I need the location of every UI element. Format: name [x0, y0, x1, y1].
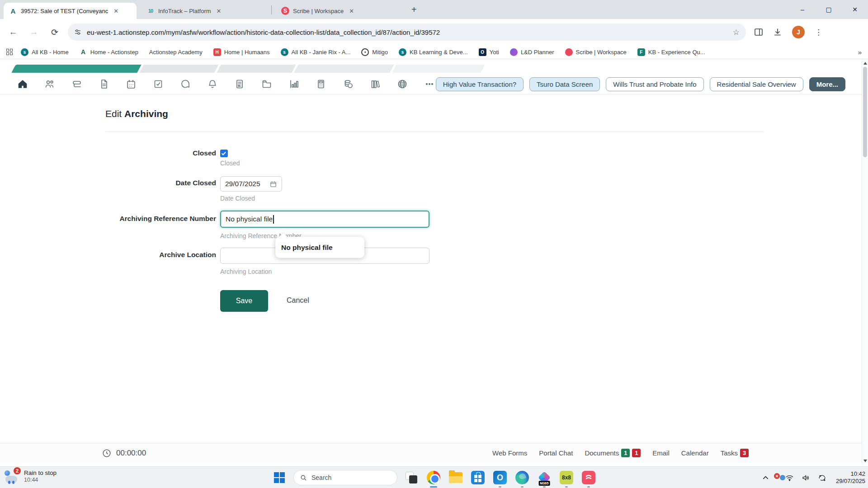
workflow-step-active[interactable]: [11, 65, 142, 73]
scroll-up-arrow[interactable]: [863, 62, 867, 65]
reports-icon[interactable]: [234, 79, 245, 89]
workflow-step[interactable]: [392, 65, 485, 73]
tab-infotrack[interactable]: 10 InfoTrack – Platform ✕: [141, 3, 268, 19]
suggestion-text[interactable]: No physical file: [281, 244, 333, 252]
url-text[interactable]: eu-west-1.actionstep.com/mym/asfw/workfl…: [87, 28, 729, 36]
bookmark-item[interactable]: HHome | Humaans: [213, 48, 270, 56]
home-icon[interactable]: [17, 79, 28, 89]
folders-icon[interactable]: [261, 79, 272, 89]
bookmark-item[interactable]: Scribe | Workspace: [565, 48, 627, 56]
outlook-taskbar-icon[interactable]: O: [492, 469, 508, 486]
taskbar-search[interactable]: Search: [293, 470, 397, 485]
date-closed-input[interactable]: 29/07/2025: [220, 176, 282, 192]
chrome-taskbar-icon[interactable]: [425, 469, 442, 486]
time-tracker[interactable]: 00:00:00: [102, 448, 146, 458]
bookmark-item[interactable]: •Mitigo: [361, 48, 388, 56]
billing-icon[interactable]: [343, 79, 354, 89]
page-title: Edit Archiving: [105, 108, 168, 119]
documents-icon[interactable]: [99, 79, 109, 89]
scroll-down-arrow[interactable]: [863, 460, 867, 462]
calendar-picker-icon[interactable]: [269, 180, 277, 188]
wills-trust-probate-button[interactable]: Wills Trust and Probate Info: [606, 77, 703, 91]
bookmark-item[interactable]: sKB Learning & Deve...: [399, 48, 468, 56]
tasks-link[interactable]: Tasks 3: [721, 449, 749, 457]
more-icon[interactable]: [424, 79, 435, 89]
web-forms-link[interactable]: Web Forms: [492, 449, 527, 457]
bookmark-item[interactable]: sAll KB - Home: [21, 48, 69, 56]
documents-link[interactable]: Documents 1 1: [585, 449, 641, 457]
portal-chat-link[interactable]: Portal Chat: [539, 449, 573, 457]
more-workflows-button[interactable]: More...: [809, 77, 845, 91]
edge-taskbar-icon[interactable]: [514, 469, 530, 486]
forward-icon[interactable]: →: [26, 24, 42, 40]
page-scrollbar[interactable]: [862, 60, 868, 465]
profile-avatar[interactable]: J: [792, 26, 805, 38]
high-value-transaction-button[interactable]: High Value Transaction?: [436, 77, 524, 91]
screen: A 39572: Sale of TEST (Conveyanc ✕ 10 In…: [0, 0, 868, 488]
tsuro-data-screen-button[interactable]: Tsuro Data Screen: [529, 77, 600, 91]
residential-sale-overview-button[interactable]: Residential Sale Overview: [710, 77, 803, 91]
charts-icon[interactable]: [288, 79, 299, 89]
notifications-icon[interactable]: [207, 79, 218, 89]
workflow-step[interactable]: [139, 65, 219, 73]
accounting-icon[interactable]: [316, 79, 326, 89]
conversations-icon[interactable]: [180, 79, 191, 89]
8x8-taskbar-icon[interactable]: 8x8: [558, 469, 575, 486]
scrollbar-thumb[interactable]: [863, 67, 867, 157]
microsoft-store-taskbar-icon[interactable]: [470, 469, 486, 486]
back-icon[interactable]: ←: [5, 24, 21, 40]
tab-actionstep[interactable]: A 39572: Sale of TEST (Conveyanc ✕: [4, 3, 137, 19]
autocomplete-suggestion[interactable]: No physical file: [275, 237, 364, 258]
bookmark-item[interactable]: FKB - Experience Qu...: [637, 48, 705, 56]
bookmark-label: L&D Planner: [521, 49, 554, 56]
start-button[interactable]: [271, 469, 288, 486]
apps-grid-icon[interactable]: [6, 49, 13, 55]
tray-chevron-icon[interactable]: [761, 474, 770, 482]
file-explorer-taskbar-icon[interactable]: [448, 469, 464, 486]
minimize-button[interactable]: –: [789, 0, 816, 19]
bookmark-item[interactable]: sAll KB - Janie Rix - A...: [281, 48, 351, 56]
workflow-step[interactable]: [294, 65, 394, 73]
new-tab-button[interactable]: +: [411, 5, 417, 15]
bookmark-item[interactable]: L&D Planner: [510, 48, 554, 56]
scribe-taskbar-icon[interactable]: [580, 469, 597, 486]
downloads-icon[interactable]: [773, 28, 782, 37]
tasks-icon[interactable]: [153, 79, 164, 89]
close-button[interactable]: ✕: [842, 0, 868, 19]
copilot-taskbar-icon[interactable]: M365: [536, 469, 552, 486]
wifi-icon[interactable]: [785, 474, 794, 482]
contacts-icon[interactable]: [44, 79, 55, 89]
volume-icon[interactable]: [802, 474, 810, 482]
bookmark-item[interactable]: Actionstep Academy: [149, 49, 203, 56]
tray-sync-icon[interactable]: [818, 474, 826, 482]
browser-menu-icon[interactable]: ⋮: [815, 28, 822, 37]
reload-icon[interactable]: ⟳: [47, 24, 62, 40]
bookmark-item[interactable]: OYoti: [479, 48, 499, 56]
task-view-button[interactable]: [403, 469, 420, 486]
weather-widget[interactable]: 2 Rain to stop 10:44: [5, 469, 57, 484]
chrome-icon: [427, 471, 440, 484]
email-link[interactable]: Email: [652, 449, 670, 457]
closed-checkbox[interactable]: [220, 150, 228, 157]
bookmark-star-icon[interactable]: ☆: [733, 28, 740, 37]
archiving-reference-input[interactable]: No physical file: [220, 211, 429, 228]
address-bar[interactable]: eu-west-1.actionstep.com/mym/asfw/workfl…: [68, 23, 746, 41]
calendar-icon[interactable]: [126, 79, 137, 89]
site-settings-icon[interactable]: [74, 28, 81, 36]
bookmarks-overflow-icon[interactable]: »: [858, 48, 862, 56]
taskbar-clock[interactable]: 10:42 29/07/2025: [836, 470, 865, 485]
cancel-button[interactable]: Cancel: [287, 296, 309, 305]
tab-close-icon[interactable]: ✕: [112, 7, 120, 15]
side-panel-icon[interactable]: [754, 28, 763, 37]
maximize-button[interactable]: ▢: [816, 0, 842, 19]
workflow-step[interactable]: [217, 65, 296, 73]
library-icon[interactable]: [370, 79, 381, 89]
tab-close-icon[interactable]: ✕: [347, 7, 356, 15]
web-icon[interactable]: [397, 79, 408, 89]
workflow-icon[interactable]: [71, 79, 82, 89]
calendar-link[interactable]: Calendar: [681, 449, 709, 457]
bookmark-item[interactable]: AHome - Actionstep: [80, 48, 138, 56]
tab-scribe[interactable]: S Scribe | Workspace ✕: [276, 3, 402, 19]
tab-close-icon[interactable]: ✕: [215, 7, 223, 15]
save-button[interactable]: Save: [220, 290, 268, 312]
